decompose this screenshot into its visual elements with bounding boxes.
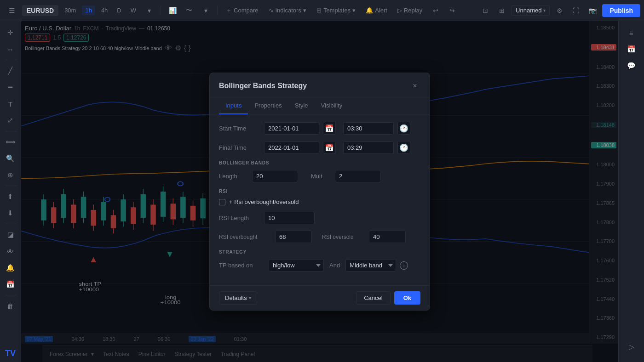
magnet-tool-icon[interactable]: ⊕: [3, 167, 18, 183]
final-time-time-input[interactable]: [343, 141, 394, 154]
strategy-section-label: STRATEGY: [219, 249, 420, 255]
mult-label: Mult: [311, 173, 329, 180]
layout-icon[interactable]: ⊞: [495, 4, 509, 17]
symbol-selector[interactable]: EURUSD: [22, 5, 58, 16]
ok-button[interactable]: Ok: [394, 291, 420, 305]
defaults-button[interactable]: Defaults ▾: [219, 291, 257, 305]
alert-icon: 🔔: [366, 7, 373, 14]
dialog-title: Bollinger Bands Strategy: [219, 82, 307, 90]
watchlist-right-icon[interactable]: ≡: [624, 25, 639, 40]
start-time-time-input[interactable]: [343, 122, 394, 135]
multiscreen-icon[interactable]: ⊡: [478, 4, 492, 17]
bollinger-section-label: BOLLINGER BANDS: [219, 160, 420, 165]
hamburger-menu-icon[interactable]: ☰: [4, 3, 19, 18]
indicators-icon: ∿: [269, 7, 274, 14]
timeframe-W[interactable]: W: [127, 6, 139, 15]
rsi-checkbox[interactable]: [219, 199, 225, 205]
rsi-overbought-input[interactable]: [275, 231, 312, 243]
timeframe-30m[interactable]: 30m: [61, 6, 79, 15]
cancel-button[interactable]: Cancel: [356, 291, 390, 305]
timeframe-dropdown-icon[interactable]: ▾: [142, 4, 156, 17]
replay-button[interactable]: ▷ Replay: [394, 5, 426, 16]
tab-visibility[interactable]: Visibility: [315, 97, 349, 114]
rsi-oversold-input[interactable]: [369, 231, 406, 243]
camera-icon[interactable]: 📷: [586, 4, 599, 17]
templates-label: Templates: [323, 7, 351, 14]
chart-area: Euro / U.S. Dollar 1h FXCM · TradingView…: [21, 21, 618, 362]
start-time-date-input[interactable]: [264, 122, 319, 135]
plus-icon: ＋: [226, 6, 232, 15]
alert-button[interactable]: 🔔 Alert: [362, 5, 391, 16]
move-tool-icon[interactable]: ↔: [3, 41, 18, 57]
calendar-sidebar-icon[interactable]: 📅: [3, 277, 18, 292]
crosshair-tool-icon[interactable]: ✛: [3, 25, 18, 40]
timeframe-1h[interactable]: 1h: [82, 6, 95, 15]
bar-type-icon[interactable]: 📊: [166, 4, 179, 17]
undo-icon[interactable]: ↩: [429, 4, 443, 17]
indicators-label: Indicators: [276, 7, 301, 14]
rsi-length-input[interactable]: [264, 212, 315, 224]
and-label: And: [329, 262, 340, 269]
text-tool-icon[interactable]: T: [3, 96, 18, 112]
length-input[interactable]: [252, 170, 298, 182]
mult-input[interactable]: [335, 170, 381, 182]
chart-objects-icon[interactable]: ◪: [3, 227, 18, 243]
start-time-clock-icon[interactable]: 🕐: [397, 122, 410, 135]
length-label: Length: [219, 173, 247, 180]
templates-button[interactable]: ⊞ Templates ▾: [313, 5, 359, 16]
expand-right-icon[interactable]: ▷: [624, 339, 639, 355]
tab-properties[interactable]: Properties: [248, 97, 288, 114]
top-bar: ☰ EURUSD 30m 1h 4h D W ▾ 📊 〜 ▾ ＋ Compare…: [0, 0, 644, 21]
rsi-section-label: RSI: [219, 189, 420, 194]
middle-select[interactable]: Middle band Upper band Lower band: [345, 259, 396, 272]
timeframe-D[interactable]: D: [114, 6, 124, 15]
strategy-info-icon[interactable]: i: [400, 261, 408, 270]
alert-sidebar-icon[interactable]: 🔔: [3, 260, 18, 276]
main-layout: ✛ ↔ ╱ ━ T ⤢ ⟺ 🔍 ⊕ ⬆ ⬇ ◪ 👁 🔔 📅 🗑 TV Euro …: [0, 21, 644, 362]
dialog-tabs: Inputs Properties Style Visibility: [210, 97, 430, 114]
rsi-checkbox-label: + Rsi overbought/oversold: [229, 198, 299, 205]
sidebar-sep5: [5, 295, 16, 295]
watchlist-icon[interactable]: 👁: [3, 243, 18, 259]
regression-tool-icon[interactable]: ⤢: [3, 113, 18, 128]
publish-button[interactable]: Publish: [602, 4, 640, 17]
trash-icon[interactable]: 🗑: [3, 298, 18, 314]
tp-select[interactable]: high/low close open: [269, 259, 324, 272]
horizontal-line-icon[interactable]: ━: [3, 79, 18, 95]
start-time-calendar-icon[interactable]: 📅: [323, 122, 336, 135]
unnamed-workspace[interactable]: Unnamed ▾: [512, 5, 550, 16]
measure-tool-icon[interactable]: ⟺: [3, 134, 18, 150]
final-time-clock-icon[interactable]: 🕐: [397, 141, 410, 154]
tab-inputs[interactable]: Inputs: [219, 97, 248, 114]
bar-style-dropdown-icon[interactable]: ▾: [199, 4, 213, 17]
dialog-close-button[interactable]: ×: [409, 80, 420, 91]
settings-icon[interactable]: ⚙: [552, 4, 566, 17]
alert-label: Alert: [375, 7, 387, 14]
workspace-dropdown-icon: ▾: [543, 8, 546, 13]
redo-icon[interactable]: ↪: [445, 4, 459, 17]
timeframe-4h[interactable]: 4h: [98, 6, 111, 15]
start-time-label: Start Time: [219, 125, 260, 132]
rsi-oversold-label: RSI oversold: [322, 234, 363, 240]
dialog-body: Start Time 📅 🕐 Final Time 📅 🕐: [210, 114, 430, 285]
compare-button[interactable]: ＋ Compare: [222, 5, 262, 17]
final-time-calendar-icon[interactable]: 📅: [323, 141, 336, 154]
zoom-tool-icon[interactable]: 🔍: [3, 151, 18, 166]
replay-icon: ▷: [397, 7, 402, 14]
dialog-header: Bollinger Bands Strategy ×: [210, 73, 430, 97]
chat-right-icon[interactable]: 💬: [624, 58, 639, 74]
long-position-icon[interactable]: ⬆: [3, 189, 18, 204]
sidebar-sep1: [5, 60, 16, 60]
fullscreen-icon[interactable]: ⛶: [569, 4, 583, 17]
tab-style[interactable]: Style: [288, 97, 315, 114]
line-type-icon[interactable]: 〜: [182, 4, 196, 17]
calendar-right-icon[interactable]: 📅: [624, 41, 639, 57]
separator2: [217, 6, 218, 15]
dialog-overlay: Bollinger Bands Strategy × Inputs Proper…: [21, 21, 618, 362]
final-time-date-input[interactable]: [264, 141, 319, 154]
indicators-button[interactable]: ∿ Indicators ▾: [265, 5, 310, 16]
final-time-label: Final Time: [219, 144, 260, 151]
short-position-icon[interactable]: ⬇: [3, 205, 18, 221]
bollinger-params-row: Length Mult: [219, 170, 420, 182]
trendline-tool-icon[interactable]: ╱: [3, 63, 18, 79]
